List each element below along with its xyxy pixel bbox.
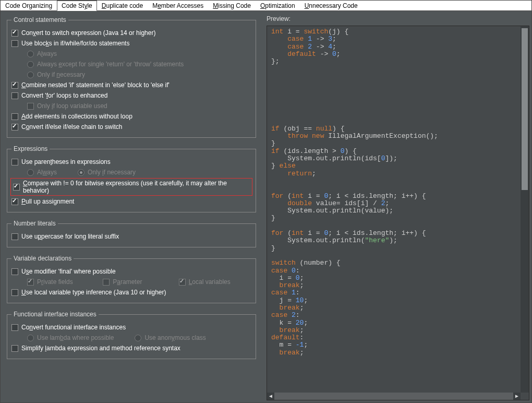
tab-0[interactable]: Code Organizing: [1, 1, 57, 10]
scroll-right-icon[interactable]: ►: [513, 393, 521, 400]
scroll-left-icon[interactable]: ◄: [267, 393, 274, 400]
blocks-only-radio: [27, 72, 34, 78]
tab-2[interactable]: Duplicate code: [97, 1, 148, 10]
private-fields-label: Private fields: [37, 278, 73, 286]
preview-label: Preview:: [267, 15, 529, 22]
convert-fi-label[interactable]: Convert functional interface instances: [21, 324, 126, 331]
use-blocks-label[interactable]: Use blocks in if/while/for/do statements: [21, 40, 129, 47]
local-variables-checkbox: [179, 279, 186, 286]
use-blocks-checkbox[interactable]: [11, 40, 18, 47]
vertical-scrollbar[interactable]: [521, 26, 529, 393]
legend-functional: Functional interface instances: [11, 311, 99, 318]
private-fields-checkbox: [27, 279, 34, 286]
convert-switch-checkbox[interactable]: [11, 30, 18, 37]
convert-fi-checkbox[interactable]: [11, 324, 18, 331]
group-variable-declarations: Variable declarations Use modifier 'fina…: [7, 255, 256, 303]
legend-number: Number literals: [11, 220, 58, 227]
paren-only-radio: [78, 169, 84, 176]
tab-bar: Code OrganizingCode StyleDuplicate codeM…: [1, 1, 531, 11]
blocks-always-radio: [27, 51, 34, 57]
blocks-always-label: Always: [37, 50, 57, 57]
use-final-checkbox[interactable]: [11, 268, 18, 275]
paren-always-label: Always: [37, 169, 57, 176]
simplify-lambda-label[interactable]: Simplify lambda expression and method re…: [21, 345, 180, 352]
use-upper-checkbox[interactable]: [11, 233, 18, 240]
pull-up-label[interactable]: Pull up assignment: [21, 198, 74, 205]
pull-up-checkbox[interactable]: [11, 198, 18, 205]
only-if-loop-checkbox: [27, 103, 34, 110]
blocks-only-label: Only if necessary: [37, 71, 85, 78]
convert-switch-label[interactable]: Convert to switch expression (Java 14 or…: [21, 29, 155, 37]
use-upper-label[interactable]: Use uppercase for long literal suffix: [21, 233, 119, 240]
use-anon-label: Use anonymous class: [144, 334, 205, 341]
simplify-lambda-checkbox[interactable]: [11, 345, 18, 352]
content-area: Control statements Convert to switch exp…: [1, 11, 531, 402]
tab-1[interactable]: Code Style: [57, 1, 97, 11]
convert-chain-checkbox[interactable]: [11, 124, 18, 131]
parameter-label: Parameter: [113, 278, 142, 286]
compare-neq-label[interactable]: Compare with != 0 for bitwise expression…: [23, 180, 250, 194]
compare-neq-checkbox[interactable]: [13, 184, 20, 191]
combine-nested-checkbox[interactable]: [11, 82, 18, 89]
use-final-label[interactable]: Use modifier 'final' where possible: [21, 268, 116, 275]
add-elements-checkbox[interactable]: [11, 113, 18, 120]
tab-3[interactable]: Member Accesses: [148, 1, 208, 10]
group-expressions: Expressions Use parentheses in expressio…: [7, 145, 256, 212]
legend-variable: Variable declarations: [11, 255, 74, 262]
use-lambda-radio: [27, 335, 34, 341]
scroll-thumb[interactable]: [522, 28, 528, 190]
group-functional-interface: Functional interface instances Convert f…: [7, 311, 256, 359]
options-panel: Control statements Convert to switch exp…: [1, 11, 262, 402]
horizontal-scrollbar[interactable]: ◄ ►: [267, 393, 521, 400]
use-anon-radio: [135, 335, 141, 341]
tab-4[interactable]: Missing Code: [208, 1, 256, 10]
paren-always-radio: [27, 169, 34, 176]
parameter-checkbox: [103, 279, 110, 286]
tab-6[interactable]: Unnecessary Code: [300, 1, 362, 10]
use-paren-label[interactable]: Use parentheses in expressions: [21, 158, 111, 165]
group-control-statements: Control statements Convert to switch exp…: [7, 16, 256, 138]
blocks-except-radio: [27, 61, 34, 68]
tab-5[interactable]: Optimization: [256, 1, 300, 10]
use-lambda-label: Use lambda where possible: [37, 334, 114, 341]
preview-panel: Preview: int i = switch(j) { case 1 -> 3…: [262, 11, 531, 402]
legend-control: Control statements: [11, 16, 68, 23]
hscroll-track[interactable]: [274, 393, 513, 400]
convert-for-checkbox[interactable]: [11, 92, 18, 99]
convert-chain-label[interactable]: Convert if/else if/else chain to switch: [21, 123, 122, 131]
use-var-label[interactable]: Use local variable type inference (Java …: [21, 289, 166, 296]
legend-expressions: Expressions: [11, 145, 50, 152]
blocks-except-label: Always except for single 'return' or 'th…: [37, 61, 184, 68]
preview-container: int i = switch(j) { case 1 -> 3; case 2 …: [267, 26, 529, 400]
use-var-checkbox[interactable]: [11, 289, 18, 296]
combine-nested-label[interactable]: Combine nested 'if' statement in 'else' …: [21, 81, 170, 89]
preview-code[interactable]: int i = switch(j) { case 1 -> 3; case 2 …: [267, 26, 529, 393]
group-number-literals: Number literals Use uppercase for long l…: [7, 220, 256, 247]
convert-for-label[interactable]: Convert 'for' loops to enhanced: [21, 92, 107, 99]
use-paren-checkbox[interactable]: [11, 159, 18, 165]
only-if-loop-label: Only if loop variable used: [37, 102, 107, 110]
paren-only-label: Only if necessary: [88, 169, 136, 176]
local-variables-label: Local variables: [189, 278, 231, 286]
add-elements-label[interactable]: Add elements in collections without loop: [21, 113, 132, 120]
